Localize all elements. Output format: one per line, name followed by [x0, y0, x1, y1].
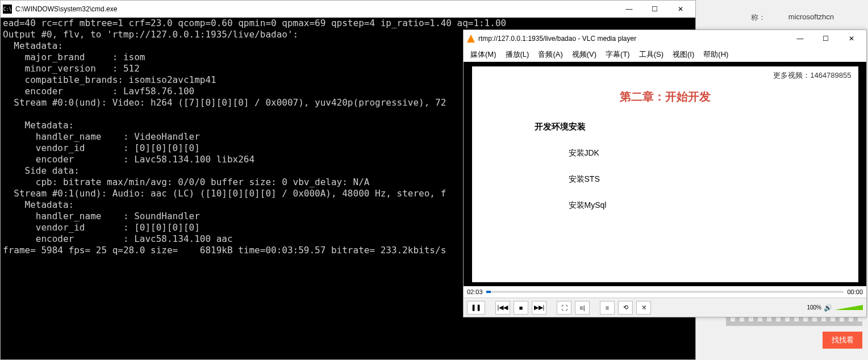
cmd-titlebar[interactable]: C:\ C:\WINDOWS\system32\cmd.exe — ☐ ✕: [1, 1, 695, 18]
maximize-button[interactable]: ☐: [642, 1, 667, 18]
video-section-title: 开发环境安装: [535, 122, 858, 132]
minimize-button[interactable]: —: [787, 31, 813, 47]
find-button[interactable]: 找找看: [823, 332, 862, 349]
maximize-button[interactable]: ☐: [813, 31, 838, 47]
menu-item[interactable]: 媒体(M): [467, 48, 500, 61]
vlc-progress-bar: 02:03 00:00: [464, 286, 866, 298]
time-current: 02:03: [467, 288, 483, 295]
stop-button[interactable]: ■: [514, 301, 528, 315]
vlc-video-area[interactable]: 更多视频：1464789855 第二章：开始开发 开发环境安装 安装JDK安装S…: [464, 62, 866, 286]
video-overlay-text: 更多视频：1464789855: [771, 70, 853, 81]
next-button[interactable]: ▶▶|: [532, 301, 546, 315]
bg-field-value: microsoftzhcn: [788, 12, 834, 21]
prev-button[interactable]: |◀◀: [495, 301, 510, 315]
menu-item[interactable]: 音频(A): [535, 48, 566, 61]
vlc-menubar: 媒体(M)播放(L)音频(A)视频(V)字幕(T)工具(S)视图(I)帮助(H): [464, 47, 866, 62]
video-list-item: 安装MySql: [569, 200, 858, 211]
extended-settings-button[interactable]: ≡|: [575, 301, 590, 315]
vlc-title: rtmp://127.0.0.1:1935/live/badao - VLC m…: [478, 35, 787, 43]
cmd-title: C:\WINDOWS\system32\cmd.exe: [15, 5, 616, 13]
timeline-slider[interactable]: [486, 291, 844, 293]
menu-item[interactable]: 工具(S): [636, 48, 667, 61]
vlc-controls: ❚❚ |◀◀ ■ ▶▶| ⛶ ≡| ≡ ⟲ ⤨ 100% 🔊: [464, 298, 866, 317]
video-list-item: 安装STS: [569, 174, 858, 185]
menu-item[interactable]: 播放(L): [502, 48, 533, 61]
video-list-item: 安装JDK: [569, 148, 858, 158]
close-button[interactable]: ✕: [838, 31, 864, 47]
shuffle-button[interactable]: ⤨: [636, 301, 651, 315]
menu-item[interactable]: 视图(I): [669, 48, 698, 61]
video-chapter-title: 第二章：开始开发: [472, 89, 858, 104]
close-button[interactable]: ✕: [667, 1, 693, 18]
timeline-filled: [486, 291, 491, 293]
pause-button[interactable]: ❚❚: [467, 301, 485, 315]
cmd-icon: C:\: [3, 5, 12, 14]
menu-item[interactable]: 视频(V): [569, 48, 600, 61]
vlc-window: rtmp://127.0.0.1:1935/live/badao - VLC m…: [463, 30, 867, 317]
menu-item[interactable]: 帮助(H): [700, 48, 732, 61]
loop-button[interactable]: ⟲: [618, 301, 633, 315]
menu-item[interactable]: 字幕(T): [602, 48, 633, 61]
speaker-icon[interactable]: 🔊: [824, 304, 832, 312]
time-total: 00:00: [847, 288, 863, 295]
bg-field-label: 称：: [751, 12, 766, 23]
minimize-button[interactable]: —: [616, 1, 642, 18]
video-content: 更多视频：1464789855 第二章：开始开发 开发环境安装 安装JDK安装S…: [472, 66, 858, 282]
vlc-cone-icon: [467, 35, 475, 43]
fullscreen-button[interactable]: ⛶: [557, 301, 571, 315]
playlist-button[interactable]: ≡: [600, 301, 615, 315]
vlc-titlebar[interactable]: rtmp://127.0.0.1:1935/live/badao - VLC m…: [464, 30, 866, 47]
volume-label: 100%: [807, 304, 821, 311]
volume-slider[interactable]: [834, 305, 863, 310]
